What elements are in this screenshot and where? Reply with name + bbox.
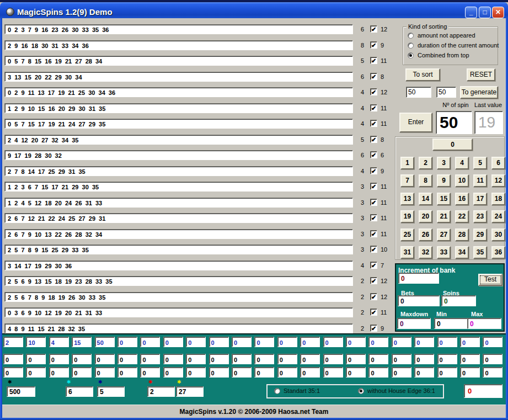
- row-checkbox[interactable]: ✔: [370, 120, 377, 127]
- numpad-button-9[interactable]: 9: [437, 174, 451, 187]
- grid-cell-r1c21[interactable]: [460, 337, 480, 347]
- bet-input-4[interactable]: [147, 386, 175, 397]
- numpad-button-36[interactable]: 36: [491, 246, 505, 259]
- row-checkbox[interactable]: ✔: [370, 309, 377, 316]
- grid-cell-r1c8[interactable]: [163, 337, 183, 347]
- grid-cell-r2c16[interactable]: [346, 354, 366, 364]
- grid-cell-r1c10[interactable]: [209, 337, 229, 347]
- close-button[interactable]: ✕: [492, 7, 504, 18]
- numpad-button-4[interactable]: 4: [455, 157, 469, 169]
- row-checkbox[interactable]: ✔: [370, 88, 377, 95]
- bet-input-2[interactable]: [66, 386, 93, 397]
- numpad-button-26[interactable]: 26: [419, 228, 432, 241]
- numpad-button-17[interactable]: 17: [473, 193, 487, 205]
- grid-cell-r3c13[interactable]: [277, 367, 297, 378]
- grid-cell-r2c18[interactable]: [392, 354, 411, 364]
- numpad-button-1[interactable]: 1: [400, 157, 414, 169]
- numpad-button-25[interactable]: 25: [400, 228, 414, 241]
- numpad-button-34[interactable]: 34: [455, 246, 469, 259]
- numpad-button-28[interactable]: 28: [455, 228, 469, 241]
- payout-radio-2[interactable]: [358, 388, 364, 394]
- numpad-button-15[interactable]: 15: [437, 193, 451, 205]
- numpad-button-11[interactable]: 11: [473, 174, 487, 187]
- grid-cell-r2c20[interactable]: [437, 354, 457, 364]
- sorting-radio-2[interactable]: [408, 42, 414, 49]
- row-checkbox[interactable]: ✔: [370, 293, 377, 300]
- numpad-button-23[interactable]: 23: [473, 210, 487, 223]
- grid-cell-r1c17[interactable]: [368, 337, 388, 347]
- grid-cell-r3c10[interactable]: [209, 367, 229, 378]
- spin-number-input[interactable]: [436, 111, 472, 134]
- grid-cell-r1c11[interactable]: [232, 337, 252, 347]
- numpad-button-18[interactable]: 18: [491, 193, 505, 205]
- grid-cell-r3c9[interactable]: [186, 367, 206, 378]
- sequence-input-20[interactable]: [4, 323, 353, 333]
- sorting-radio-3[interactable]: [408, 52, 414, 59]
- grid-cell-r1c9[interactable]: [186, 337, 206, 347]
- generate-count-input[interactable]: [406, 87, 431, 98]
- grid-cell-r1c13[interactable]: [277, 337, 297, 347]
- sequence-input-3[interactable]: [4, 56, 353, 66]
- generate-range-input[interactable]: [436, 87, 456, 98]
- sequence-input-1[interactable]: [4, 24, 353, 34]
- numpad-button-5[interactable]: 5: [473, 157, 487, 169]
- test-button[interactable]: Test: [478, 274, 502, 286]
- numpad-button-19[interactable]: 19: [400, 210, 414, 223]
- grid-cell-r2c1[interactable]: [3, 354, 23, 364]
- numpad-button-24[interactable]: 24: [491, 210, 505, 223]
- sequence-input-14[interactable]: [4, 229, 353, 239]
- minimize-button[interactable]: _: [465, 7, 477, 18]
- bet-input-1[interactable]: [7, 386, 35, 397]
- grid-cell-r3c4[interactable]: [72, 367, 92, 378]
- numpad-button-29[interactable]: 29: [473, 228, 487, 241]
- grid-cell-r3c2[interactable]: [26, 367, 46, 378]
- grid-cell-r1c7[interactable]: [140, 337, 160, 347]
- row-checkbox[interactable]: ✔: [370, 25, 377, 33]
- row-checkbox[interactable]: ✔: [370, 214, 377, 221]
- sequence-input-6[interactable]: [4, 103, 353, 113]
- sequence-input-15[interactable]: [4, 244, 353, 254]
- sequence-input-18[interactable]: [4, 292, 353, 302]
- bet-input-5[interactable]: [176, 386, 204, 397]
- grid-cell-r2c19[interactable]: [414, 354, 434, 364]
- grid-cell-r1c12[interactable]: [254, 337, 274, 347]
- numpad-button-10[interactable]: 10: [455, 174, 469, 187]
- grid-cell-r1c3[interactable]: [49, 337, 69, 347]
- grid-cell-r1c19[interactable]: [414, 337, 434, 347]
- grid-cell-r3c3[interactable]: [49, 367, 69, 378]
- grid-cell-r2c17[interactable]: [368, 354, 388, 364]
- payout-radio-1[interactable]: [274, 388, 280, 394]
- numpad-button-13[interactable]: 13: [400, 193, 414, 205]
- grid-cell-r3c18[interactable]: [392, 367, 411, 378]
- row-checkbox[interactable]: ✔: [370, 199, 377, 206]
- grid-cell-r2c2[interactable]: [26, 354, 46, 364]
- row-checkbox[interactable]: ✔: [370, 167, 377, 174]
- grid-cell-r2c14[interactable]: [300, 354, 320, 364]
- grid-cell-r2c11[interactable]: [232, 354, 252, 364]
- row-checkbox[interactable]: ✔: [370, 230, 377, 237]
- reset-button[interactable]: RESET: [467, 68, 495, 81]
- grid-cell-r2c15[interactable]: [323, 354, 343, 364]
- grid-cell-r3c6[interactable]: [117, 367, 137, 378]
- grid-cell-r1c14[interactable]: [300, 337, 320, 347]
- grid-cell-r3c17[interactable]: [368, 367, 388, 378]
- sorting-radio-1[interactable]: [408, 33, 414, 39]
- grid-cell-r1c16[interactable]: [346, 337, 366, 347]
- grid-cell-r2c8[interactable]: [163, 354, 183, 364]
- grid-cell-r1c2[interactable]: [26, 337, 46, 347]
- grid-cell-r1c22[interactable]: [483, 337, 502, 347]
- numpad-button-7[interactable]: 7: [400, 174, 414, 187]
- row-checkbox[interactable]: ✔: [370, 183, 377, 190]
- sequence-input-8[interactable]: [4, 135, 353, 145]
- sequence-input-5[interactable]: [4, 87, 353, 97]
- numpad-button-16[interactable]: 16: [455, 193, 469, 205]
- grid-cell-r3c19[interactable]: [414, 367, 434, 378]
- grid-cell-r2c22[interactable]: [483, 354, 502, 364]
- numpad-button-30[interactable]: 30: [491, 228, 505, 241]
- row-checkbox[interactable]: ✔: [370, 246, 377, 253]
- grid-cell-r2c9[interactable]: [186, 354, 206, 364]
- sequence-input-7[interactable]: [4, 119, 353, 129]
- numpad-button-12[interactable]: 12: [491, 174, 505, 187]
- grid-cell-r3c22[interactable]: [483, 367, 502, 378]
- grid-cell-r3c1[interactable]: [3, 367, 23, 378]
